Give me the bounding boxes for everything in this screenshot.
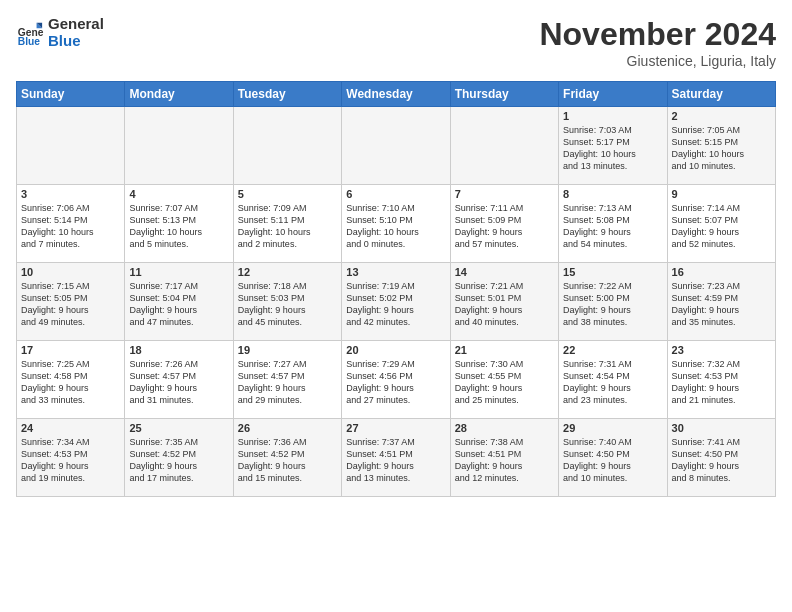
day-cell: 20Sunrise: 7:29 AM Sunset: 4:56 PM Dayli… [342,341,450,419]
day-cell: 24Sunrise: 7:34 AM Sunset: 4:53 PM Dayli… [17,419,125,497]
day-cell: 27Sunrise: 7:37 AM Sunset: 4:51 PM Dayli… [342,419,450,497]
day-info: Sunrise: 7:25 AM Sunset: 4:58 PM Dayligh… [21,358,120,407]
day-info: Sunrise: 7:05 AM Sunset: 5:15 PM Dayligh… [672,124,771,173]
logo-blue-label: Blue [48,33,104,50]
day-number: 1 [563,110,662,122]
day-number: 16 [672,266,771,278]
logo: General Blue General Blue [16,16,104,49]
day-number: 11 [129,266,228,278]
day-info: Sunrise: 7:19 AM Sunset: 5:02 PM Dayligh… [346,280,445,329]
day-cell [17,107,125,185]
day-cell: 3Sunrise: 7:06 AM Sunset: 5:14 PM Daylig… [17,185,125,263]
day-cell: 12Sunrise: 7:18 AM Sunset: 5:03 PM Dayli… [233,263,341,341]
day-number: 9 [672,188,771,200]
day-cell: 10Sunrise: 7:15 AM Sunset: 5:05 PM Dayli… [17,263,125,341]
day-info: Sunrise: 7:21 AM Sunset: 5:01 PM Dayligh… [455,280,554,329]
day-number: 12 [238,266,337,278]
day-number: 21 [455,344,554,356]
day-info: Sunrise: 7:11 AM Sunset: 5:09 PM Dayligh… [455,202,554,251]
day-cell: 30Sunrise: 7:41 AM Sunset: 4:50 PM Dayli… [667,419,775,497]
day-info: Sunrise: 7:30 AM Sunset: 4:55 PM Dayligh… [455,358,554,407]
day-number: 20 [346,344,445,356]
day-info: Sunrise: 7:18 AM Sunset: 5:03 PM Dayligh… [238,280,337,329]
week-row-1: 1Sunrise: 7:03 AM Sunset: 5:17 PM Daylig… [17,107,776,185]
day-number: 7 [455,188,554,200]
day-cell: 7Sunrise: 7:11 AM Sunset: 5:09 PM Daylig… [450,185,558,263]
day-number: 23 [672,344,771,356]
day-number: 17 [21,344,120,356]
day-info: Sunrise: 7:40 AM Sunset: 4:50 PM Dayligh… [563,436,662,485]
day-number: 29 [563,422,662,434]
day-cell: 18Sunrise: 7:26 AM Sunset: 4:57 PM Dayli… [125,341,233,419]
day-number: 4 [129,188,228,200]
day-number: 10 [21,266,120,278]
day-info: Sunrise: 7:17 AM Sunset: 5:04 PM Dayligh… [129,280,228,329]
day-info: Sunrise: 7:31 AM Sunset: 4:54 PM Dayligh… [563,358,662,407]
day-info: Sunrise: 7:35 AM Sunset: 4:52 PM Dayligh… [129,436,228,485]
day-info: Sunrise: 7:38 AM Sunset: 4:51 PM Dayligh… [455,436,554,485]
day-number: 8 [563,188,662,200]
day-number: 24 [21,422,120,434]
day-info: Sunrise: 7:15 AM Sunset: 5:05 PM Dayligh… [21,280,120,329]
logo-general-label: General [48,16,104,33]
day-info: Sunrise: 7:06 AM Sunset: 5:14 PM Dayligh… [21,202,120,251]
day-number: 19 [238,344,337,356]
day-number: 3 [21,188,120,200]
day-cell: 8Sunrise: 7:13 AM Sunset: 5:08 PM Daylig… [559,185,667,263]
day-number: 27 [346,422,445,434]
calendar-table: SundayMondayTuesdayWednesdayThursdayFrid… [16,81,776,497]
month-title: November 2024 [539,16,776,53]
col-header-friday: Friday [559,82,667,107]
day-cell: 23Sunrise: 7:32 AM Sunset: 4:53 PM Dayli… [667,341,775,419]
day-info: Sunrise: 7:27 AM Sunset: 4:57 PM Dayligh… [238,358,337,407]
day-cell [125,107,233,185]
logo-text: General Blue [48,16,104,49]
day-cell [233,107,341,185]
day-info: Sunrise: 7:34 AM Sunset: 4:53 PM Dayligh… [21,436,120,485]
day-info: Sunrise: 7:13 AM Sunset: 5:08 PM Dayligh… [563,202,662,251]
day-cell: 13Sunrise: 7:19 AM Sunset: 5:02 PM Dayli… [342,263,450,341]
col-header-tuesday: Tuesday [233,82,341,107]
col-header-thursday: Thursday [450,82,558,107]
day-cell [450,107,558,185]
day-cell: 22Sunrise: 7:31 AM Sunset: 4:54 PM Dayli… [559,341,667,419]
day-cell: 4Sunrise: 7:07 AM Sunset: 5:13 PM Daylig… [125,185,233,263]
day-cell: 25Sunrise: 7:35 AM Sunset: 4:52 PM Dayli… [125,419,233,497]
title-block: November 2024 Giustenice, Liguria, Italy [539,16,776,69]
day-cell: 11Sunrise: 7:17 AM Sunset: 5:04 PM Dayli… [125,263,233,341]
day-number: 6 [346,188,445,200]
day-info: Sunrise: 7:23 AM Sunset: 4:59 PM Dayligh… [672,280,771,329]
day-cell: 9Sunrise: 7:14 AM Sunset: 5:07 PM Daylig… [667,185,775,263]
day-cell: 5Sunrise: 7:09 AM Sunset: 5:11 PM Daylig… [233,185,341,263]
day-number: 13 [346,266,445,278]
day-cell: 29Sunrise: 7:40 AM Sunset: 4:50 PM Dayli… [559,419,667,497]
day-cell: 15Sunrise: 7:22 AM Sunset: 5:00 PM Dayli… [559,263,667,341]
location-label: Giustenice, Liguria, Italy [539,53,776,69]
day-cell: 19Sunrise: 7:27 AM Sunset: 4:57 PM Dayli… [233,341,341,419]
week-row-3: 10Sunrise: 7:15 AM Sunset: 5:05 PM Dayli… [17,263,776,341]
col-header-monday: Monday [125,82,233,107]
day-info: Sunrise: 7:09 AM Sunset: 5:11 PM Dayligh… [238,202,337,251]
day-info: Sunrise: 7:41 AM Sunset: 4:50 PM Dayligh… [672,436,771,485]
day-info: Sunrise: 7:37 AM Sunset: 4:51 PM Dayligh… [346,436,445,485]
day-cell: 1Sunrise: 7:03 AM Sunset: 5:17 PM Daylig… [559,107,667,185]
day-info: Sunrise: 7:22 AM Sunset: 5:00 PM Dayligh… [563,280,662,329]
day-info: Sunrise: 7:03 AM Sunset: 5:17 PM Dayligh… [563,124,662,173]
day-info: Sunrise: 7:36 AM Sunset: 4:52 PM Dayligh… [238,436,337,485]
day-number: 28 [455,422,554,434]
day-cell: 14Sunrise: 7:21 AM Sunset: 5:01 PM Dayli… [450,263,558,341]
week-row-2: 3Sunrise: 7:06 AM Sunset: 5:14 PM Daylig… [17,185,776,263]
day-number: 22 [563,344,662,356]
day-number: 14 [455,266,554,278]
col-header-sunday: Sunday [17,82,125,107]
day-number: 18 [129,344,228,356]
day-cell [342,107,450,185]
day-info: Sunrise: 7:26 AM Sunset: 4:57 PM Dayligh… [129,358,228,407]
svg-text:Blue: Blue [18,36,41,47]
day-number: 5 [238,188,337,200]
day-cell: 16Sunrise: 7:23 AM Sunset: 4:59 PM Dayli… [667,263,775,341]
col-header-saturday: Saturday [667,82,775,107]
day-cell: 28Sunrise: 7:38 AM Sunset: 4:51 PM Dayli… [450,419,558,497]
day-info: Sunrise: 7:32 AM Sunset: 4:53 PM Dayligh… [672,358,771,407]
logo-icon: General Blue [16,19,44,47]
